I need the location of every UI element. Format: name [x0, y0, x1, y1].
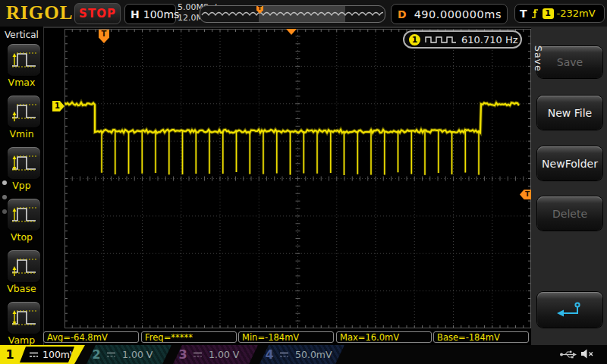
rigol-logo: RIGOL — [6, 2, 73, 24]
channel-3-scale: 1.00 V — [209, 349, 239, 360]
menu-item-label: Vbase — [0, 283, 43, 294]
timebase-value: 100ms — [143, 8, 180, 20]
waveform-display-area — [64, 29, 531, 328]
new-folder-button[interactable]: NewFolder — [537, 146, 602, 180]
menu-page-dot — [2, 209, 7, 214]
menu-page-dot — [2, 195, 7, 199]
vbase-icon — [11, 255, 38, 278]
channel-2-scale: 1.00 V — [122, 349, 153, 360]
vtop-icon — [11, 203, 38, 226]
measure-menu-title: Vertical — [0, 30, 43, 40]
channel-1-scale: 100mV — [42, 349, 77, 360]
ch1-offset-marker[interactable]: 1 — [52, 101, 64, 111]
vamp-icon — [11, 306, 38, 329]
menu-tab-title: Save — [533, 46, 544, 72]
dc-coupling-icon — [279, 351, 289, 358]
window-center-marker — [286, 29, 297, 35]
delay-offset-box[interactable]: D 490.000000ms — [391, 4, 508, 24]
run-stop-status[interactable]: STOP — [74, 3, 121, 24]
save-soft-menu: Save New File NewFolder Delete — [531, 27, 607, 345]
measurement-min: Min=-184mV — [238, 331, 334, 343]
usb-icon — [559, 350, 577, 359]
dc-coupling-icon — [106, 351, 116, 358]
channel-4-scale: 50.0mV — [295, 349, 332, 360]
channel-4-status[interactable]: 4 50.0mV — [259, 345, 344, 364]
dc-coupling-icon — [193, 351, 203, 358]
menu-item-label: Vmax — [0, 77, 43, 88]
vpp-icon — [11, 152, 38, 174]
square-wave-icon — [424, 35, 458, 44]
menu-item-label: Vpp — [0, 180, 43, 191]
trigger-label: T — [520, 8, 527, 20]
channel-3-number: 3 — [173, 347, 193, 362]
top-status-bar: RIGOL STOP H 100ms 5.00MSa/s 12.0M pts T… — [0, 0, 607, 28]
menu-item-vmin[interactable] — [8, 96, 40, 127]
memory-position-preview[interactable]: T — [200, 5, 385, 23]
measurement-avg: Avg=-64.8mV — [43, 331, 139, 343]
measurement-max: Max=16.0mV — [336, 331, 432, 343]
delay-value: 490.000000ms — [414, 8, 502, 20]
trigger-source-badge: 1 — [543, 8, 554, 19]
delay-label: D — [392, 8, 414, 20]
speaker-muted-icon — [580, 348, 594, 359]
trigger-level-value: -232mV — [557, 8, 596, 19]
menu-item-label: Vmin — [0, 128, 43, 140]
new-file-button[interactable]: New File — [537, 96, 602, 130]
channel-2-number: 2 — [86, 347, 106, 362]
menu-item-vamp[interactable] — [8, 302, 40, 334]
menu-item-vpp[interactable] — [8, 147, 40, 179]
channel-1-status[interactable]: 1 100mV — [0, 345, 85, 364]
save-button[interactable]: Save — [537, 46, 602, 78]
delete-button[interactable]: Delete — [537, 196, 602, 231]
menu-item-vmax[interactable] — [8, 44, 40, 76]
menu-item-vtop[interactable] — [8, 199, 40, 231]
frequency-counter-badge: 1 610.710 Hz — [403, 30, 522, 49]
trigger-status-box[interactable]: T 1 -232mV — [514, 4, 605, 23]
horizontal-label: H — [125, 8, 143, 20]
back-button[interactable] — [537, 292, 602, 328]
vertical-measure-menu: Vertical VmaxVminVppVtopVbaseVamp — [0, 27, 44, 345]
counter-channel-badge: 1 — [409, 34, 420, 46]
channel-status-bar: 1 100mV 2 1.00 V 3 1.00 V 4 50.0mV — [0, 345, 607, 364]
channel-2-status[interactable]: 2 1.00 V — [86, 345, 171, 364]
channel-4-number: 4 — [259, 347, 279, 362]
return-arrow-icon — [554, 300, 586, 320]
menu-item-label: Vtop — [0, 231, 43, 243]
measurement-base: Base=-184mV — [433, 331, 529, 343]
vmax-icon — [11, 49, 38, 71]
measurement-freq: Freq=***** — [141, 331, 237, 343]
rising-edge-icon — [530, 8, 539, 20]
counter-frequency-value: 610.710 Hz — [461, 34, 518, 46]
vmin-icon — [11, 100, 38, 123]
preview-window[interactable] — [259, 6, 345, 22]
dc-coupling-icon — [29, 351, 39, 358]
channel-1-number: 1 — [0, 347, 20, 362]
horizontal-timebase-box[interactable]: H 100ms — [124, 4, 176, 24]
channel-3-status[interactable]: 3 1.00 V — [173, 345, 258, 364]
menu-item-label: Vamp — [0, 334, 43, 346]
ch1-waveform-trace — [64, 29, 531, 328]
menu-item-vbase[interactable] — [8, 250, 40, 282]
